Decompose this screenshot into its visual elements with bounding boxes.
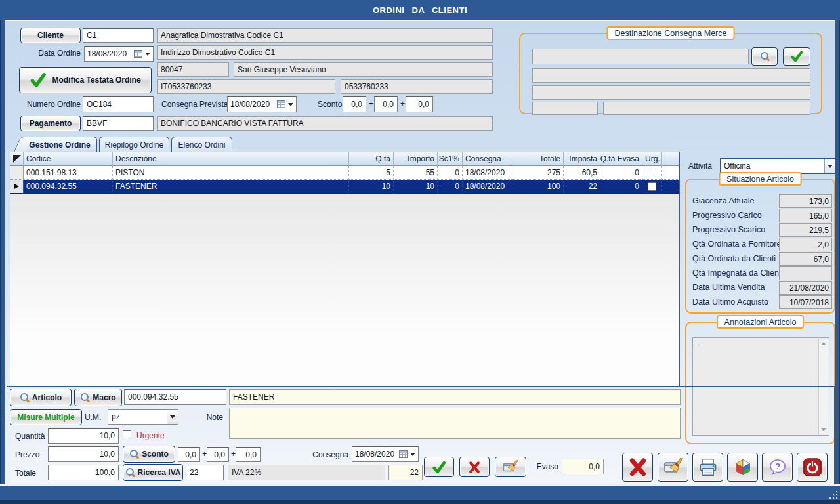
dropdown-button[interactable] — [824, 159, 835, 173]
articolo-button[interactable]: Articolo — [10, 388, 72, 406]
quantita-label: Quantità — [15, 430, 49, 442]
col-codice[interactable]: Codice — [24, 152, 113, 166]
col-imposta[interactable]: Imposta — [564, 152, 600, 166]
app-window: ORDINI DA CLIENTI Cliente C1 Anagrafica … — [0, 0, 840, 504]
col-urg[interactable]: Urg. — [642, 152, 662, 166]
tab-gestione-ordine[interactable]: Gestione Ordine — [22, 136, 97, 152]
situazione-row-label: Qtà Ordinata a Fornitore — [692, 240, 781, 249]
cliente-button[interactable]: Cliente — [20, 28, 81, 43]
sconto1-input[interactable]: 0,0 — [343, 96, 366, 112]
cell-filler — [662, 166, 679, 180]
urgente-checkbox[interactable] — [648, 182, 656, 191]
bottom-bar — [0, 484, 840, 504]
confirm-row-button[interactable] — [424, 457, 454, 477]
x-icon — [468, 461, 481, 474]
modifica-testata-button[interactable]: Modifica Testata Ordine — [19, 67, 152, 93]
totale-label: Totale — [15, 467, 49, 479]
iva-code-input[interactable]: 22 — [186, 465, 224, 480]
prezzo-input[interactable]: 10,0 — [48, 446, 119, 462]
plus-separator: + — [202, 450, 207, 459]
destinazione-confirm-button[interactable] — [783, 47, 810, 66]
resize-grip[interactable] — [829, 490, 838, 499]
window-title: ORDINI DA CLIENTI — [373, 5, 467, 15]
delete-order-button[interactable] — [622, 453, 653, 482]
quantita-input[interactable]: 10,0 — [48, 428, 119, 444]
col-consegna[interactable]: Consegna — [463, 152, 511, 166]
tab-label: Riepilogo Ordine — [105, 140, 163, 150]
calendar-icon — [277, 100, 285, 108]
sconto-button-label: Sconto — [142, 450, 169, 459]
um-dropdown[interactable]: pz — [108, 409, 178, 425]
situazione-row-value: 219,5 — [779, 223, 832, 237]
cliente-code-input[interactable]: C1 — [83, 28, 154, 43]
grid-corner-cell[interactable] — [10, 152, 24, 166]
clear-all-button[interactable] — [658, 453, 688, 482]
destinazione-search-button[interactable] — [751, 47, 778, 66]
modules-button[interactable] — [727, 453, 758, 482]
iva-desc-field: IVA 22% — [228, 465, 385, 480]
search-icon — [20, 393, 29, 402]
row-selector-cell[interactable] — [10, 166, 24, 180]
iva-value-field: 22 — [388, 465, 423, 480]
exit-button[interactable] — [797, 453, 828, 482]
detail-sconto3-input[interactable]: 0,0 — [236, 447, 261, 462]
articolo-code-input[interactable]: 000.094.32.55 — [124, 389, 226, 405]
sconto3-input[interactable]: 0,0 — [406, 96, 433, 112]
piva-field: IT0533760233 — [157, 79, 335, 94]
help-button[interactable]: ? — [762, 453, 793, 482]
misure-multiple-button[interactable]: Misure Multiple — [10, 409, 82, 425]
situazione-row-value — [779, 266, 832, 280]
citta-field: San Giuseppe Vesuviano — [234, 62, 493, 77]
pagamento-button[interactable]: Pagamento — [20, 116, 81, 131]
print-button[interactable] — [692, 453, 723, 482]
destinazione-input-5 — [603, 102, 810, 115]
detail-sconto2-input[interactable]: 0,0 — [207, 447, 229, 462]
modifica-testata-label: Modifica Testata Ordine — [52, 75, 140, 85]
cell-descrizione: FASTENER — [113, 180, 349, 194]
row-selector-cell[interactable] — [10, 180, 24, 194]
broom-icon — [503, 460, 518, 474]
note-textarea[interactable] — [229, 408, 681, 439]
col-filler — [662, 152, 679, 166]
numero-ordine-input[interactable]: OC184 — [83, 96, 154, 112]
articolo-desc-field[interactable]: FASTENER — [229, 389, 681, 405]
table-row-selected[interactable]: 000.094.32.55 FASTENER 10 10 0 18/08/202… — [10, 180, 679, 194]
macro-button[interactable]: Macro — [74, 388, 122, 406]
col-descrizione[interactable]: Descrizione — [113, 152, 349, 166]
cell-sc1: 0 — [438, 180, 463, 194]
sconto2-input[interactable]: 0,0 — [374, 96, 398, 112]
detail-sconto1-input[interactable]: 0,0 — [178, 447, 200, 462]
cancel-row-button[interactable] — [459, 457, 490, 477]
consegna-prevista-datepicker[interactable]: 18/08/2020 — [227, 96, 297, 112]
totale-input[interactable]: 100,0 — [48, 465, 119, 480]
tab-riepilogo-ordine[interactable]: Riepilogo Ordine — [99, 136, 169, 152]
ricerca-iva-button[interactable]: Ricerca IVA — [123, 464, 183, 481]
situazione-row-label: Progressivo Carico — [692, 211, 762, 220]
col-importo[interactable]: Importo — [394, 152, 438, 166]
detail-consegna-datepicker[interactable]: 18/08/2020 — [352, 446, 419, 462]
power-icon — [803, 457, 822, 477]
clear-row-button[interactable] — [495, 457, 526, 477]
col-qta[interactable]: Q.tà — [349, 152, 394, 166]
evaso-input[interactable]: 0,0 — [562, 459, 604, 474]
pagamento-code-input[interactable]: BBVF — [83, 116, 154, 131]
cell-consegna: 18/08/2020 — [463, 166, 511, 180]
urgente-checkbox[interactable] — [123, 430, 131, 438]
tab-elenco-ordini[interactable]: Elenco Ordini — [171, 136, 232, 152]
cell-imposta: 22 — [564, 180, 600, 194]
data-ordine-datepicker[interactable]: 18/08/2020 — [84, 46, 154, 62]
annotazioni-text: - — [693, 338, 829, 351]
col-sc1[interactable]: Sc1% — [438, 152, 463, 166]
situazione-row-label: Progressivo Scarico — [692, 225, 765, 234]
table-row[interactable]: 000.151.98.13 PISTON 5 55 0 18/08/2020 2… — [10, 166, 679, 180]
detail-consegna-value: 18/08/2020 — [355, 450, 396, 459]
current-row-arrow-icon — [14, 184, 19, 189]
dropdown-button[interactable] — [167, 410, 178, 424]
urgente-checkbox[interactable] — [648, 169, 656, 177]
col-totale[interactable]: Totale — [511, 152, 564, 166]
col-qta-evasa[interactable]: Q.tà Evasa — [600, 152, 642, 166]
sconto-button[interactable]: Sconto — [123, 446, 175, 463]
search-icon — [760, 52, 769, 61]
scroll-up-icon[interactable] — [821, 342, 826, 345]
urgente-label: Urgente — [136, 430, 176, 442]
